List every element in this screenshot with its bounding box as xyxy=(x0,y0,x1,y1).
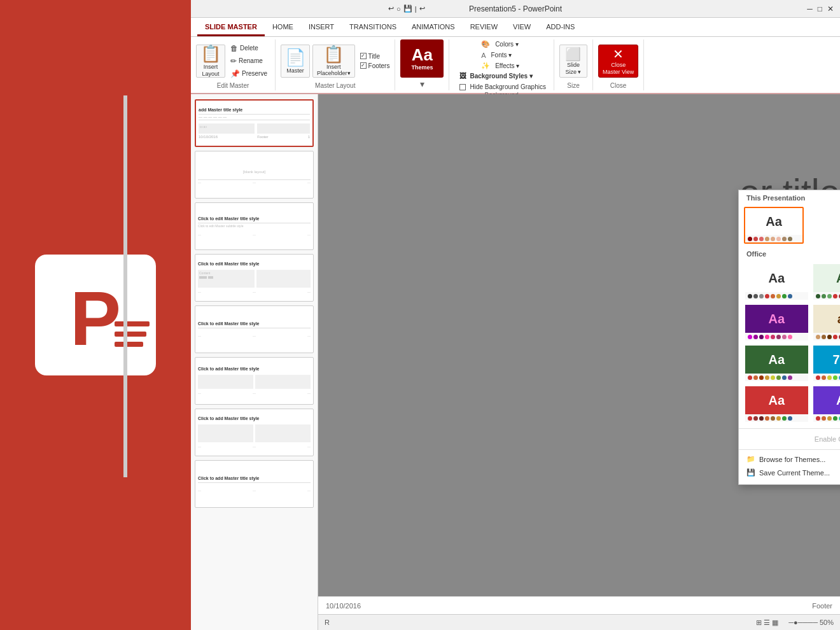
slide-panel: add Master title style — — — — — — □ □□ … xyxy=(191,94,318,630)
view-icons[interactable]: ⊞ ☰ ▦ xyxy=(756,619,778,627)
date-field: 10/10/2016 xyxy=(326,602,361,610)
dropdown-separator xyxy=(739,428,840,429)
current-theme-item[interactable]: Aa xyxy=(744,207,804,244)
this-presentation-label: This Presentation xyxy=(739,190,840,204)
browse-themes-link[interactable]: 📁 Browse for Themes... xyxy=(739,452,840,466)
save-btn[interactable]: 💾 xyxy=(403,4,412,13)
this-presentation-grid: Aa xyxy=(739,204,809,246)
master-layout-label: Master Layout xyxy=(315,82,355,90)
theme-office5[interactable]: Aa xyxy=(744,304,809,342)
slide-size-btn[interactable]: ⬜ SlideSize ▾ xyxy=(559,45,587,78)
insert-layout-btn[interactable]: 📋 InsertLayout xyxy=(196,45,225,78)
undo-btn[interactable]: ↩ xyxy=(419,4,425,13)
group-master-layout: 📄 Master 📋 InsertPlaceholder▾ Title xyxy=(276,39,395,90)
insert-placeholder-btn[interactable]: 📋 InsertPlaceholder▾ xyxy=(312,45,355,78)
ribbon-tabs: SLIDE MASTER HOME INSERT TRANSITIONS ANI… xyxy=(191,18,840,37)
back-btn[interactable]: ↩ xyxy=(388,4,394,13)
fonts-btn[interactable]: Fonts ▾ xyxy=(488,50,514,60)
close-label: Close xyxy=(610,82,627,90)
zoom-slider[interactable]: ─●──── 50% xyxy=(788,619,834,626)
title-bar-text: Presentation5 - PowerPoint xyxy=(469,4,562,13)
footers-checkbox-row: Footers xyxy=(360,62,390,69)
slide-thumb-1[interactable]: add Master title style — — — — — — □ □□ … xyxy=(195,99,314,147)
maximize-btn[interactable]: □ xyxy=(818,4,822,13)
ppt-lines xyxy=(115,321,150,347)
close-master-view-btn[interactable]: ✕ CloseMaster View xyxy=(598,45,638,78)
preserve-btn[interactable]: 📌 Preserve xyxy=(228,68,270,80)
colors-btn[interactable]: Colors ▾ xyxy=(493,39,521,49)
group-close: ✕ CloseMaster View Close xyxy=(593,39,644,90)
delete-btn[interactable]: 🗑 Delete xyxy=(228,43,270,54)
tab-home[interactable]: HOME xyxy=(265,20,301,36)
footer-bar: 10/10/2016 Footer xyxy=(318,596,840,614)
group-size: ⬜ SlideSize ▾ Size xyxy=(554,39,593,90)
footers-checkbox[interactable] xyxy=(360,62,367,69)
slide-main: This Presentation Aa xyxy=(318,94,840,630)
ppt-p-letter: P xyxy=(70,280,121,356)
footer-field: Footer xyxy=(812,602,832,610)
slide-thumb-7[interactable]: Click to add Master title style ——— xyxy=(195,409,314,456)
slide-thumb-3[interactable]: Click to edit Master title style Click t… xyxy=(195,202,314,250)
dropdown-separator2 xyxy=(739,449,840,450)
title-checkbox[interactable] xyxy=(360,53,367,59)
office-grid: Aa Aa xyxy=(739,260,840,426)
themes-btn-area: Aa Themes ▾ xyxy=(400,39,444,89)
tab-slide-master[interactable]: SLIDE MASTER xyxy=(197,20,265,36)
quick-access: ↩ ○ 💾 | ↩ xyxy=(388,4,425,13)
group-themes: Aa Themes ▾ xyxy=(395,39,449,90)
slide-thumb-6[interactable]: Click to add Master title style ——— xyxy=(195,357,314,405)
group-background: 🎨 Colors ▾ A Fonts ▾ ✨ Effects ▾ 🖼Backgr… xyxy=(449,39,554,90)
slide-thumb-4[interactable]: Click to edit Master title style Content… xyxy=(195,254,314,302)
themes-btn[interactable]: Aa Themes xyxy=(400,39,444,78)
theme-office13[interactable]: Aa xyxy=(744,385,809,423)
powerpoint-logo: P xyxy=(32,251,159,379)
slide-thumb-8[interactable]: Click to add Master title style ——— xyxy=(195,460,314,508)
theme-office6[interactable]: aa xyxy=(812,304,841,342)
rename-btn[interactable]: ✏ Rename xyxy=(228,55,270,67)
theme-office2[interactable]: Aa xyxy=(812,263,841,301)
tab-add-ins[interactable]: ADD-INS xyxy=(538,20,582,36)
work-area: add Master title style — — — — — — □ □□ … xyxy=(191,94,840,630)
slide-thumb-2[interactable]: [blank layout] ——— xyxy=(195,151,314,199)
save-theme-link[interactable]: 💾 Save Current Theme... xyxy=(739,466,840,479)
tab-view[interactable]: VIEW xyxy=(505,20,538,36)
dropdown-disabled-text: Enable Content Updates from Office.com xyxy=(739,431,840,447)
edit-master-label: Edit Master xyxy=(217,82,249,90)
office-label: Office xyxy=(739,246,840,260)
hide-bg-checkbox[interactable] xyxy=(459,84,466,90)
tab-review[interactable]: REVIEW xyxy=(463,20,505,36)
status-bar: R ⊞ ☰ ▦ ─●──── 50% xyxy=(318,614,840,630)
slide-thumb-5[interactable]: Click to edit Master title style ——— xyxy=(195,305,314,353)
slide-status: R xyxy=(325,619,330,626)
theme-office14[interactable]: Aa xyxy=(812,385,841,423)
ribbon: 📋 InsertLayout 🗑 Delete ✏ Rename 📌 xyxy=(191,37,840,94)
theme-office9[interactable]: Aa xyxy=(744,344,809,382)
master-btn[interactable]: 📄 Master xyxy=(281,45,310,78)
themes-dropdown-arrow[interactable]: ▾ xyxy=(420,79,424,89)
close-btn[interactable]: ✕ xyxy=(827,4,834,13)
theme-office1[interactable]: Aa xyxy=(744,263,809,301)
theme-office10[interactable]: 7Aa xyxy=(812,344,841,382)
size-label: Size xyxy=(567,82,579,90)
title-checkbox-row: Title xyxy=(360,53,390,60)
group-edit-master: 📋 InsertLayout 🗑 Delete ✏ Rename 📌 xyxy=(191,39,276,90)
tab-animations[interactable]: ANIMATIONS xyxy=(404,20,463,36)
minimize-btn[interactable]: ─ xyxy=(807,4,813,13)
theme-dropdown: This Presentation Aa xyxy=(738,190,840,485)
title-bar: ↩ ○ 💾 | ↩ Presentation5 - PowerPoint ─ □… xyxy=(191,0,840,18)
effects-btn[interactable]: Effects ▾ xyxy=(493,61,522,71)
hide-bg-btn[interactable]: Hide Background Graphics xyxy=(457,82,549,92)
tab-insert[interactable]: INSERT xyxy=(301,20,342,36)
left-sidebar: P xyxy=(0,0,191,630)
bg-styles-btn[interactable]: 🖼Background Styles ▾ xyxy=(457,71,549,81)
main-content: ↩ ○ 💾 | ↩ Presentation5 - PowerPoint ─ □… xyxy=(191,0,840,630)
tab-transitions[interactable]: TRANSITIONS xyxy=(342,20,404,36)
